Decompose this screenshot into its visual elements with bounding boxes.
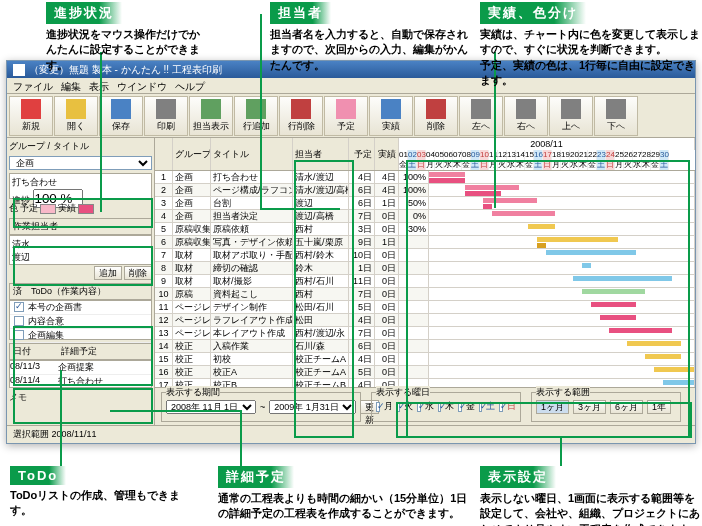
- assignee-del-button[interactable]: 削除: [124, 266, 152, 280]
- tool-down-button[interactable]: 下へ: [594, 96, 638, 136]
- gantt-cell[interactable]: [429, 236, 695, 248]
- menu-編集[interactable]: 編集: [61, 80, 81, 91]
- table-row[interactable]: 3企画台割渡辺6日1日50%: [155, 197, 695, 210]
- menu-ウインドウ[interactable]: ウインドウ: [117, 80, 167, 91]
- table-row[interactable]: 14校正入稿作業石川/森6日0日: [155, 340, 695, 353]
- tool-save-button[interactable]: 保存: [99, 96, 143, 136]
- gantt-cell[interactable]: [429, 223, 695, 235]
- day-check-水[interactable]: [417, 402, 421, 412]
- dates-list[interactable]: 08/11/3企画提案08/11/4打ち合わせ: [9, 360, 152, 388]
- plan-bar[interactable]: [573, 276, 672, 281]
- tool-print-button[interactable]: 印刷: [144, 96, 188, 136]
- day-check-土[interactable]: [479, 402, 483, 412]
- col-header[interactable]: 担当者: [293, 138, 349, 170]
- table-row[interactable]: 11ページレイアウトデザイン制作松田/石川5日0日: [155, 301, 695, 314]
- table-row[interactable]: 12ページレイアウトラフレイアウト作成松田4日0日: [155, 314, 695, 327]
- actual-bar[interactable]: [537, 243, 546, 248]
- tool-up-button[interactable]: 上へ: [549, 96, 593, 136]
- plan-bar[interactable]: [483, 198, 537, 203]
- range-6ヶ月-button[interactable]: 6ヶ月: [610, 400, 643, 414]
- menu-ヘルプ[interactable]: ヘルプ: [175, 80, 205, 91]
- table-row[interactable]: 7取材取材アポ取り・手配西村/鈴木10日0日: [155, 249, 695, 262]
- plan-bar[interactable]: [591, 302, 636, 307]
- table-row[interactable]: 5原稿収集原稿依頼西村3日0日30%: [155, 223, 695, 236]
- assignee-item[interactable]: 清水: [12, 238, 149, 251]
- col-header[interactable]: タイトル: [211, 138, 293, 170]
- plan-swatch[interactable]: [40, 204, 56, 214]
- gantt-cell[interactable]: [429, 275, 695, 287]
- gantt-cell[interactable]: [429, 340, 695, 352]
- gantt-cell[interactable]: [429, 262, 695, 274]
- day-check-火[interactable]: [397, 402, 401, 412]
- col-header[interactable]: [155, 138, 173, 170]
- day-check-金[interactable]: [458, 402, 462, 412]
- table-row[interactable]: 1企画打ち合わせ清水/渡辺4日4日100%: [155, 171, 695, 184]
- tool-right-button[interactable]: 右へ: [504, 96, 548, 136]
- plan-bar[interactable]: [465, 185, 519, 190]
- tool-delete-button[interactable]: 削除: [414, 96, 458, 136]
- group-select[interactable]: 企画: [9, 156, 152, 170]
- gantt-cell[interactable]: [429, 197, 695, 209]
- plan-bar[interactable]: [546, 250, 636, 255]
- actual-swatch[interactable]: [78, 204, 94, 214]
- table-row[interactable]: 4企画担当者決定渡辺/高橋7日0日0%: [155, 210, 695, 223]
- range-1年-button[interactable]: 1年: [647, 400, 671, 414]
- plan-bar[interactable]: [627, 341, 681, 346]
- table-row[interactable]: 2企画ページ構成/ラフコンテ清水/渡辺/高橋6日4日100%: [155, 184, 695, 197]
- plan-bar[interactable]: [528, 224, 555, 229]
- table-row[interactable]: 15校正初校校正チームA4日0日: [155, 353, 695, 366]
- plan-bar[interactable]: [654, 367, 695, 372]
- todo-item[interactable]: 企画編集: [10, 329, 151, 343]
- day-check-木[interactable]: [438, 402, 442, 412]
- tool-del-row-button[interactable]: 行削除: [279, 96, 323, 136]
- todo-check[interactable]: [14, 316, 24, 326]
- assignee-add-button[interactable]: 追加: [94, 266, 122, 280]
- gantt-cell[interactable]: [429, 249, 695, 261]
- plan-bar[interactable]: [537, 237, 618, 242]
- range-1ヶ月-button[interactable]: 1ヶ月: [536, 400, 569, 414]
- grid-body[interactable]: 1企画打ち合わせ清水/渡辺4日4日100%2企画ページ構成/ラフコンテ清水/渡辺…: [155, 171, 695, 387]
- plan-bar[interactable]: [645, 354, 681, 359]
- tool-open-button[interactable]: 開く: [54, 96, 98, 136]
- gantt-cell[interactable]: [429, 184, 695, 196]
- tool-actual-button[interactable]: 実績: [369, 96, 413, 136]
- table-row[interactable]: 10原稿資料起こし西村7日0日: [155, 288, 695, 301]
- menu-表示[interactable]: 表示: [89, 80, 109, 91]
- col-header[interactable]: グループ: [173, 138, 211, 170]
- day-check-月[interactable]: [376, 402, 380, 412]
- plan-bar[interactable]: [582, 263, 591, 268]
- tool-plan-button[interactable]: 予定: [324, 96, 368, 136]
- col-header[interactable]: 予定: [349, 138, 375, 170]
- tool-add-row-button[interactable]: 行追加: [234, 96, 278, 136]
- gantt-cell[interactable]: [429, 288, 695, 300]
- plan-bar[interactable]: [582, 289, 645, 294]
- gantt-cell[interactable]: [429, 314, 695, 326]
- plan-bar[interactable]: [600, 315, 636, 320]
- todo-list[interactable]: 本号の企画書内容合意企画編集: [9, 300, 152, 340]
- period-to[interactable]: 2009年 1月31日: [269, 400, 356, 414]
- table-row[interactable]: 6原稿収集写真・デザイン依頼五十嵐/栗原9日1日: [155, 236, 695, 249]
- col-header[interactable]: 実績: [375, 138, 399, 170]
- actual-bar[interactable]: [429, 178, 465, 183]
- menu-ファイル[interactable]: ファイル: [13, 80, 53, 91]
- gantt-cell[interactable]: [429, 353, 695, 365]
- table-row[interactable]: 16校正校正A校正チームA5日0日: [155, 366, 695, 379]
- todo-check[interactable]: [14, 302, 24, 312]
- date-item[interactable]: 08/11/3企画提案: [10, 361, 151, 375]
- tool-left-button[interactable]: 左へ: [459, 96, 503, 136]
- range-3ヶ月-button[interactable]: 3ヶ月: [573, 400, 606, 414]
- plan-bar[interactable]: [492, 211, 555, 216]
- tool-new-button[interactable]: 新規: [9, 96, 53, 136]
- date-item[interactable]: 08/11/4打ち合わせ: [10, 375, 151, 389]
- gantt-cell[interactable]: [429, 366, 695, 378]
- gantt-cell[interactable]: [429, 301, 695, 313]
- table-row[interactable]: 9取材取材/撮影西村/石川11日0日: [155, 275, 695, 288]
- todo-check[interactable]: [14, 330, 24, 340]
- table-row[interactable]: 13ページレイアウト本レイアウト作成西村/渡辺/永7日0日: [155, 327, 695, 340]
- table-row[interactable]: 8取材締切の確認鈴木1日0日: [155, 262, 695, 275]
- assignees-list[interactable]: 清水渡辺: [9, 235, 152, 265]
- plan-bar[interactable]: [609, 328, 672, 333]
- tool-user-button[interactable]: 担当表示: [189, 96, 233, 136]
- todo-item[interactable]: 内容合意: [10, 315, 151, 329]
- assignee-item[interactable]: 渡辺: [12, 251, 149, 264]
